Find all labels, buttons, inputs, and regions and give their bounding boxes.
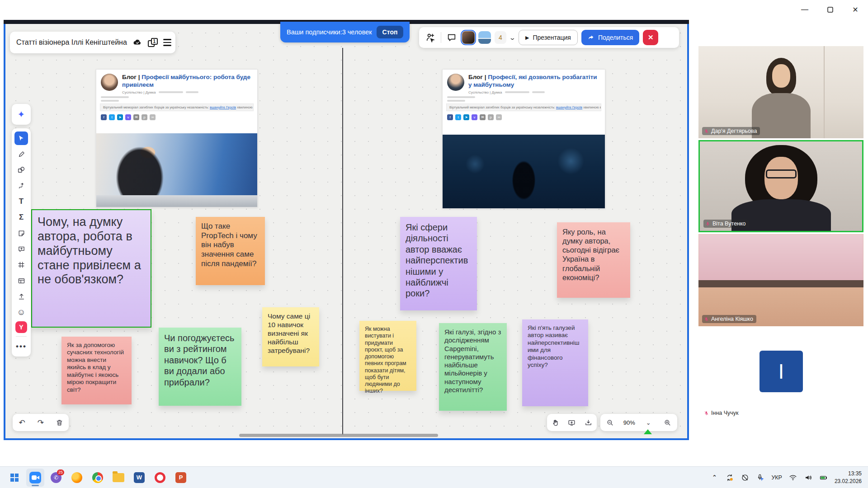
file-explorer-icon[interactable]: [109, 469, 127, 487]
present-screen-icon[interactable]: [566, 417, 578, 428]
wifi-icon[interactable]: [788, 473, 797, 482]
window-minimize-button[interactable]: —: [792, 0, 817, 19]
email-icon[interactable]: ✉: [133, 114, 139, 120]
history-controls: ↶ ↷: [13, 414, 69, 431]
zoom-out-icon[interactable]: [604, 417, 616, 428]
sticky-note[interactable]: Як за допомогою сучасних технологій можн…: [61, 337, 132, 404]
trash-icon[interactable]: [53, 417, 65, 428]
window-close-button[interactable]: ✕: [843, 0, 868, 19]
emoji-tool[interactable]: ☺: [14, 305, 28, 319]
close-share-button[interactable]: ✕: [643, 30, 658, 45]
sync-icon[interactable]: [725, 473, 734, 482]
word-icon[interactable]: W: [130, 469, 148, 487]
telegram-icon[interactable]: ➤: [117, 114, 123, 120]
opera-icon[interactable]: [151, 469, 169, 487]
chevron-down-icon[interactable]: ⌄: [509, 34, 516, 41]
undo-icon[interactable]: ↶: [16, 417, 28, 428]
frame-tool[interactable]: [14, 258, 28, 272]
tray-chevron-up-icon[interactable]: ⌃: [710, 473, 719, 482]
language-indicator[interactable]: УКР: [771, 474, 782, 481]
blog-article-card[interactable]: Блог | Професії, які дозволять розбагаті…: [442, 69, 605, 209]
table-tool[interactable]: [14, 274, 28, 287]
stop-button[interactable]: Стоп: [377, 26, 404, 38]
sticky-note[interactable]: Які галузі, згідно з дослідженням Capgem…: [439, 323, 507, 411]
powerpoint-icon[interactable]: P: [172, 469, 190, 487]
zoom-in-icon[interactable]: [662, 417, 674, 428]
chevron-down-icon[interactable]: ⌄: [642, 417, 654, 428]
more-tools-icon[interactable]: •••: [14, 340, 28, 353]
plugin-app-icon[interactable]: Y: [15, 321, 27, 333]
print-icon[interactable]: p: [488, 114, 494, 120]
telegram-icon[interactable]: ➤: [463, 114, 469, 120]
sticky-note[interactable]: Яку роль, на думку автора, сьогодні віді…: [557, 222, 630, 298]
whiteboard-canvas[interactable]: Статті візіонера Іллі Кенігштейна 1 Ваши…: [5, 22, 687, 438]
sticky-note[interactable]: Що таке PropTech і чому він набув значен…: [196, 217, 265, 285]
notification-badge: 25: [57, 469, 64, 475]
followers-banner: Ваши подписчики:3 человек Стоп: [280, 22, 410, 42]
video-tile[interactable]: Ангеліна Кіяшко: [698, 234, 863, 326]
email-icon[interactable]: ✉: [480, 114, 486, 120]
firefox-icon[interactable]: [68, 469, 86, 487]
collaborator-avatar[interactable]: [462, 31, 475, 44]
cloud-sync-icon[interactable]: [132, 37, 142, 48]
redo-icon[interactable]: ↷: [35, 417, 47, 428]
chrome-icon[interactable]: [89, 469, 107, 487]
video-tile-camera-off[interactable]: І Інна Чучук: [698, 327, 863, 420]
window-titlebar: — ✕: [0, 0, 868, 19]
menu-icon[interactable]: [163, 37, 171, 48]
comment-tool[interactable]: [14, 242, 28, 256]
video-tile[interactable]: Дар'я Дегтярьова: [698, 46, 863, 138]
presentation-button[interactable]: ▶ Презентация: [519, 30, 578, 45]
sticky-note-selected[interactable]: Чому, на думку автора, робота в майбутнь…: [31, 209, 151, 328]
window-maximize-button[interactable]: [817, 0, 843, 19]
twitter-icon[interactable]: t: [455, 114, 461, 120]
zoom-app-icon[interactable]: [26, 469, 44, 487]
text-tool[interactable]: T: [14, 195, 28, 208]
viber-icon[interactable]: v: [125, 114, 131, 120]
clock[interactable]: 13:35 23.02.2026: [835, 470, 862, 484]
blog-article-card[interactable]: Блог | Професії майбутнього: робота буде…: [96, 69, 258, 207]
hand-tool-icon[interactable]: [549, 417, 561, 428]
collaborator-avatar[interactable]: [478, 31, 491, 44]
battery-icon[interactable]: [819, 473, 828, 482]
export-tray-icon[interactable]: [583, 417, 594, 428]
pages-icon[interactable]: 1: [148, 37, 158, 48]
facebook-icon[interactable]: f: [447, 114, 453, 120]
banner-link[interactable]: вшануйте Героїв: [556, 105, 582, 109]
share-button[interactable]: Поделиться: [581, 30, 639, 45]
avatar-initial: І: [760, 351, 803, 392]
zoom-level[interactable]: 90%: [623, 419, 635, 426]
banner-link[interactable]: вшануйте Героїв: [210, 105, 236, 109]
link-icon[interactable]: ∞: [150, 114, 156, 120]
sticky-note[interactable]: Чи погоджуєтесь ви з рейтингом навичок? …: [159, 328, 241, 406]
start-button[interactable]: [5, 469, 24, 487]
sticky-note[interactable]: Чому саме ці 10 навичок визначені як най…: [262, 307, 319, 366]
pen-tool[interactable]: [14, 147, 28, 161]
print-icon[interactable]: p: [142, 114, 147, 120]
link-icon[interactable]: ∞: [496, 114, 502, 120]
sticky-note-tool[interactable]: [14, 226, 28, 240]
invite-user-icon[interactable]: [424, 31, 437, 44]
upload-tool[interactable]: [14, 290, 28, 303]
messenger-app-icon[interactable]: 25 ✆: [47, 469, 65, 487]
connector-tool[interactable]: [14, 179, 28, 192]
collaborator-count[interactable]: 4: [495, 31, 506, 44]
viber-icon[interactable]: v: [472, 114, 477, 120]
shapes-tool[interactable]: [14, 163, 28, 177]
ai-sparkle-icon[interactable]: ✦: [14, 108, 28, 121]
hidden-icon[interactable]: [741, 473, 750, 482]
select-tool[interactable]: [14, 131, 28, 145]
mic-cursor-icon[interactable]: [756, 473, 765, 482]
facebook-icon[interactable]: f: [101, 114, 107, 120]
sigma-tool[interactable]: Σ: [14, 211, 28, 224]
twitter-icon[interactable]: t: [109, 114, 115, 120]
sticky-note[interactable]: Як можна вистувати і придумати проєкт, щ…: [359, 321, 416, 391]
speaker-icon[interactable]: [804, 473, 813, 482]
blog-article-image: [96, 133, 257, 207]
video-tile-active-speaker[interactable]: Віта Вутенко: [698, 140, 863, 232]
sticky-note[interactable]: Які п'ять галузей автор називає найперсп…: [522, 319, 588, 406]
chat-icon[interactable]: [445, 31, 458, 44]
sticky-note[interactable]: Які сфери діяльності автор вважає найпер…: [400, 217, 477, 310]
horizontal-scrollbar[interactable]: [239, 434, 438, 437]
board-title[interactable]: Статті візіонера Іллі Кенігштейна: [16, 38, 127, 47]
